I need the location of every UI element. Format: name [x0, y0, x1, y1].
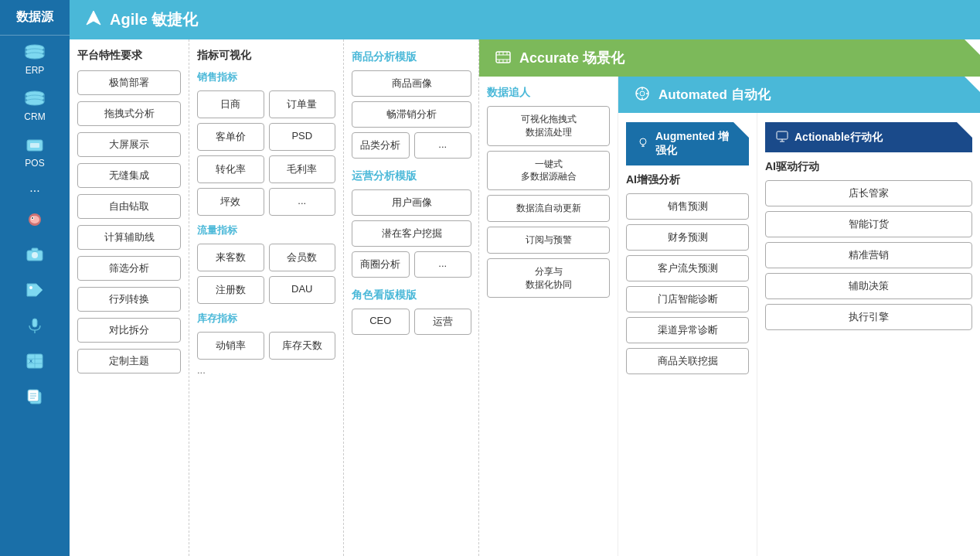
metric-日商[interactable]: 日商: [197, 90, 264, 118]
svg-rect-14: [32, 248, 38, 251]
sidebar-item-weibo[interactable]: [0, 201, 70, 237]
ai-btn-3[interactable]: 门店智能诊断: [626, 286, 749, 312]
platform-column: 平台特性要求 极简部署 拖拽式分析 大屏展示 无缝集成 自由钻取 计算辅助线 筛…: [70, 39, 189, 556]
operation-module-title: 运营分析模版: [352, 169, 471, 183]
copy-icon: [21, 385, 49, 408]
sidebar-item-excel[interactable]: X: [0, 343, 70, 379]
operation-module-row: 商圈分析 ...: [352, 251, 471, 278]
metric-会员数[interactable]: 会员数: [269, 244, 336, 271]
monitor-icon: [776, 130, 788, 145]
sales-metrics-grid: 日商 订单量 客单价 PSD 转化率 毛利率 坪效 ...: [197, 90, 335, 216]
main-content: Agile 敏捷化 平台特性要求 极简部署 拖拽式分析 大屏展示 无缝集成 自由…: [70, 0, 980, 556]
svg-rect-47: [777, 131, 788, 139]
feature-btn-3[interactable]: 无缝集成: [77, 163, 181, 188]
module-畅滞销分析[interactable]: 畅滞销分析: [352, 101, 471, 128]
feature-btn-7[interactable]: 行列转换: [77, 287, 181, 312]
module-商圈分析[interactable]: 商圈分析: [352, 251, 410, 278]
sidebar-item-copy[interactable]: [0, 379, 70, 414]
action-btn-3[interactable]: 辅助决策: [765, 273, 972, 299]
ai-column: Augmented 增强化 AI增强分析 销售预测 财务预测 客户流失预测 门店…: [618, 113, 757, 556]
data-btn-1[interactable]: 一键式 多数据源融合: [487, 151, 610, 191]
automated-banner: Automated 自动化: [618, 77, 980, 113]
analysis-section: 商品分析模版 商品画像 畅滞销分析 品类分析 ... 运营分析模版 用户画像 潜…: [344, 39, 479, 556]
right-section: Accurate 场景化 数据追人 可视化拖拽式 数据流处理 一键式 多数据源融…: [479, 39, 980, 556]
auto-icon: [634, 86, 651, 104]
metric-DAU[interactable]: DAU: [269, 276, 336, 304]
feature-btn-1[interactable]: 拖拽式分析: [77, 101, 181, 126]
data-btn-3[interactable]: 订阅与预警: [487, 227, 610, 254]
metric-客单价[interactable]: 客单价: [197, 123, 264, 151]
crm-icon: [21, 88, 49, 111]
pos-label: POS: [25, 158, 44, 169]
svg-point-44: [640, 138, 646, 145]
actionable-banner: Actionable行动化: [765, 122, 972, 152]
feature-btn-6[interactable]: 筛选分析: [77, 256, 181, 281]
module-品类分析[interactable]: 品类分析: [352, 132, 410, 159]
action-btn-2[interactable]: 精准营销: [765, 242, 972, 268]
ai-analysis-title: AI增强分析: [626, 173, 749, 187]
module-潜在客户挖掘[interactable]: 潜在客户挖掘: [352, 220, 471, 247]
erp-icon: [21, 42, 49, 65]
ai-btn-1[interactable]: 财务预测: [626, 224, 749, 251]
ai-btn-0[interactable]: 销售预测: [626, 193, 749, 220]
svg-rect-7: [30, 143, 39, 148]
metric-动销率[interactable]: 动销率: [197, 332, 264, 360]
metric-坪效[interactable]: 坪效: [197, 188, 264, 216]
metric-来客数[interactable]: 来客数: [197, 244, 264, 271]
sidebar-item-pos[interactable]: POS: [0, 128, 70, 175]
ai-btn-4[interactable]: 渠道异常诊断: [626, 317, 749, 343]
sidebar-item-tag[interactable]: [0, 272, 70, 308]
data-tracker-column: 数据追人 可视化拖拽式 数据流处理 一键式 多数据源融合 数据流自动更新 订阅与…: [479, 77, 618, 556]
metric-毛利率[interactable]: 毛利率: [269, 155, 336, 183]
feature-btn-9[interactable]: 定制主题: [77, 349, 181, 374]
svg-point-2: [26, 53, 44, 59]
accurate-content: 数据追人 可视化拖拽式 数据流处理 一键式 多数据源融合 数据流自动更新 订阅与…: [479, 77, 980, 556]
sidebar-item-cam[interactable]: [0, 237, 70, 272]
data-btn-2[interactable]: 数据流自动更新: [487, 195, 610, 222]
augmented-banner: Augmented 增强化: [626, 122, 749, 165]
traffic-section-title: 流量指标: [197, 223, 335, 237]
operation-dots: ...: [414, 251, 472, 278]
agile-title: Agile 敏捷化: [110, 9, 198, 30]
action-btn-1[interactable]: 智能订货: [765, 211, 972, 237]
right-ai: Automated 自动化: [618, 77, 980, 556]
module-CEO[interactable]: CEO: [352, 309, 410, 335]
traffic-metrics-grid: 来客数 会员数 注册数 DAU: [197, 244, 335, 304]
metric-库存天数[interactable]: 库存天数: [269, 332, 336, 360]
feature-btn-0[interactable]: 极简部署: [77, 70, 181, 95]
actionable-column: Actionable行动化 AI驱动行动 店长管家 智能订货 精准营销 辅助决策…: [757, 113, 980, 556]
ai-btn-2[interactable]: 客户流失预测: [626, 255, 749, 281]
sidebar-item-erp[interactable]: ERP: [0, 36, 70, 82]
feature-btn-4[interactable]: 自由钻取: [77, 194, 181, 219]
agile-header: Agile 敏捷化: [70, 0, 980, 39]
metric-PSD[interactable]: PSD: [269, 123, 336, 151]
sidebar-item-mic[interactable]: [0, 308, 70, 343]
feature-btn-8[interactable]: 对比拆分: [77, 318, 181, 343]
data-btn-0[interactable]: 可视化拖拽式 数据流处理: [487, 106, 610, 146]
sidebar-item-crm[interactable]: CRM: [0, 82, 70, 128]
data-btn-4[interactable]: 分享与 数据化协同: [487, 258, 610, 298]
module-用户画像[interactable]: 用户画像: [352, 189, 471, 216]
action-btn-0[interactable]: 店长管家: [765, 180, 972, 206]
product-module-row: 品类分析 ...: [352, 132, 471, 159]
metric-注册数[interactable]: 注册数: [197, 276, 264, 304]
module-商品画像[interactable]: 商品画像: [352, 70, 471, 97]
camera-icon: [21, 243, 49, 266]
film-icon: [495, 49, 512, 67]
metric-转化率[interactable]: 转化率: [197, 155, 264, 183]
ai-btn-5[interactable]: 商品关联挖掘: [626, 348, 749, 374]
feature-btn-5[interactable]: 计算辅助线: [77, 225, 181, 250]
action-btn-4[interactable]: 执行引擎: [765, 304, 972, 330]
svg-rect-16: [32, 319, 37, 327]
platform-title: 平台特性要求: [77, 49, 181, 63]
sidebar-header: 数据源: [0, 0, 70, 36]
feature-btn-2[interactable]: 大屏展示: [77, 132, 181, 157]
erp-label: ERP: [26, 65, 45, 76]
metric-订单量[interactable]: 订单量: [269, 90, 336, 118]
svg-point-15: [29, 286, 32, 289]
svg-point-5: [26, 99, 44, 105]
svg-text:X: X: [29, 359, 32, 363]
inventory-metrics-grid: 动销率 库存天数: [197, 332, 335, 360]
module-运营[interactable]: 运营: [414, 309, 472, 335]
product-module-title: 商品分析模版: [352, 50, 471, 64]
